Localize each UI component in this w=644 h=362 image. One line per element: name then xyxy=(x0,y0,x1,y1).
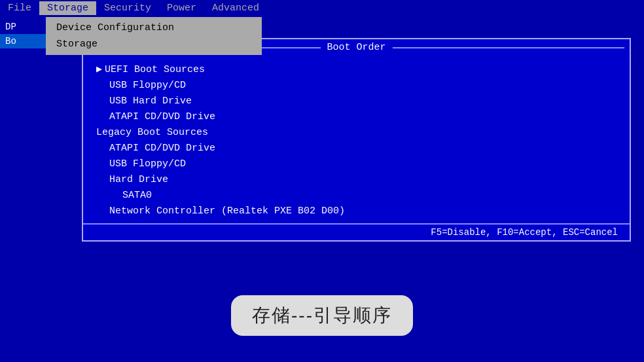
menu-power[interactable]: Power xyxy=(159,1,204,15)
boot-item-6[interactable]: USB Floppy/CD xyxy=(96,156,617,172)
boot-item-3[interactable]: ATAPI CD/DVD Drive xyxy=(96,109,617,125)
boot-item-0[interactable]: UEFI Boot Sources xyxy=(96,62,617,78)
dropdown-device-config[interactable]: Device Configuration xyxy=(46,20,262,36)
boot-item-7[interactable]: Hard Drive xyxy=(96,172,617,188)
menu-security[interactable]: Security xyxy=(96,1,159,15)
boot-order-title: Boot Order xyxy=(321,42,393,53)
dropdown-menu: Device Configuration Storage xyxy=(46,17,262,55)
boot-order-footer: F5=Disable, F10=Accept, ESC=Cancel xyxy=(424,227,624,238)
boot-item-2[interactable]: USB Hard Drive xyxy=(96,94,617,109)
menu-advanced[interactable]: Advanced xyxy=(204,1,267,15)
dropdown-storage[interactable]: Storage xyxy=(46,36,262,52)
boot-item-8[interactable]: SATA0 xyxy=(96,188,617,204)
boot-item-4[interactable]: Legacy Boot Sources xyxy=(96,125,617,141)
menu-file[interactable]: File xyxy=(0,1,39,15)
boot-item-5[interactable]: ATAPI CD/DVD Drive xyxy=(96,141,617,156)
annotation-bubble: 存储---引导顺序 xyxy=(231,295,413,336)
boot-item-9[interactable]: Network Controller (Realtek PXE B02 D00) xyxy=(96,204,617,219)
menu-storage[interactable]: Storage xyxy=(39,1,96,15)
menu-bar: File Storage Security Power Advanced xyxy=(0,0,644,16)
boot-order-content: UEFI Boot Sources USB Floppy/CD USB Hard… xyxy=(83,56,630,223)
boot-item-1[interactable]: USB Floppy/CD xyxy=(96,78,617,94)
boot-order-dialog: Boot Order UEFI Boot Sources USB Floppy/… xyxy=(82,38,631,242)
